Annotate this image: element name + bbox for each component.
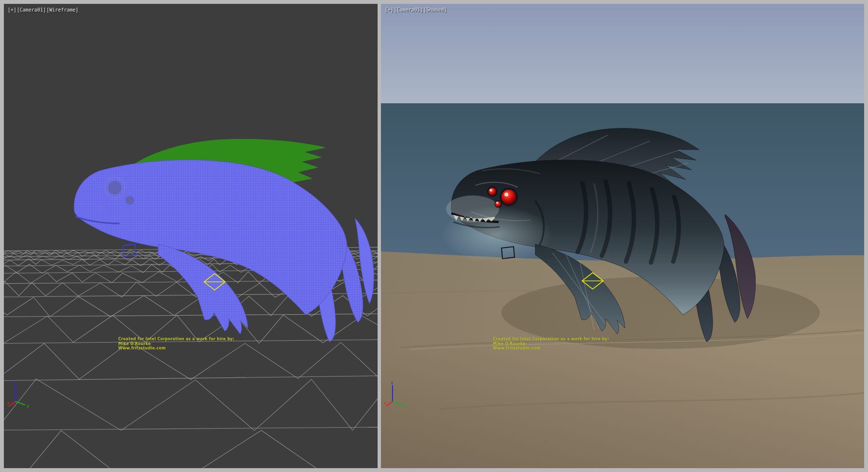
app-frame: [+][Camera01][Wireframe] Created for Int… bbox=[0, 0, 868, 472]
watermark-line-1: Created for Intel Corporation as a work … bbox=[493, 337, 609, 342]
sky-background bbox=[381, 4, 864, 103]
axis-z-label: z bbox=[391, 380, 393, 385]
fish-eye-spot-small bbox=[125, 196, 134, 205]
wireframe-scene-canvas[interactable] bbox=[4, 4, 378, 468]
watermark-line-3: Www.fritzstudio.com bbox=[118, 346, 234, 351]
watermark-line-2: Mike O'Rourke bbox=[493, 342, 609, 347]
world-axis-tripod: z x y bbox=[384, 379, 410, 408]
viewport-menu-shading[interactable]: [Wireframe] bbox=[46, 7, 78, 13]
fish-eye-spot-large bbox=[108, 181, 122, 194]
axis-x-line bbox=[9, 402, 15, 406]
viewport-shaded[interactable]: [+][Camera01][Shaded] Created for Intel … bbox=[381, 4, 864, 468]
axis-z-label: z bbox=[14, 380, 16, 385]
shaded-scene-canvas[interactable] bbox=[381, 4, 864, 468]
viewport-menu-pov[interactable]: [Camera01] bbox=[394, 7, 423, 13]
fish-eye-small bbox=[495, 201, 501, 207]
viewport-menu-general[interactable]: [+] bbox=[8, 7, 16, 13]
axis-x-line bbox=[386, 402, 393, 406]
watermark-text: Created for Intel Corporation as a work … bbox=[118, 337, 234, 351]
viewport-menu-shading[interactable]: [Shaded] bbox=[423, 7, 447, 13]
axis-y-label: y bbox=[27, 403, 29, 408]
watermark-line-2: Mike O'Rourke bbox=[118, 342, 234, 347]
viewport-label-left: [+][Camera01][Wireframe] bbox=[8, 7, 79, 13]
watermark-line-3: Www.fritzstudio.com bbox=[493, 346, 609, 351]
watermark-line-1: Created for Intel Corporation as a work … bbox=[118, 337, 234, 342]
fish-eye-medium bbox=[488, 188, 496, 195]
axis-y-line bbox=[393, 402, 402, 405]
axis-x-label: x bbox=[384, 401, 387, 405]
axis-y-line bbox=[15, 402, 25, 405]
viewport-menu-general[interactable]: [+] bbox=[385, 7, 393, 13]
world-axis-tripod: z x y bbox=[7, 379, 33, 408]
viewport-wireframe[interactable]: [+][Camera01][Wireframe] Created for Int… bbox=[4, 4, 378, 468]
viewport-menu-pov[interactable]: [Camera01] bbox=[17, 7, 46, 13]
watermark-text: Created for Intel Corporation as a work … bbox=[493, 337, 609, 351]
axis-x-label: x bbox=[7, 401, 10, 405]
axis-y-label: y bbox=[404, 403, 407, 408]
viewport-label-right: [+][Camera01][Shaded] bbox=[385, 7, 447, 13]
fish-eye-large bbox=[502, 190, 516, 204]
